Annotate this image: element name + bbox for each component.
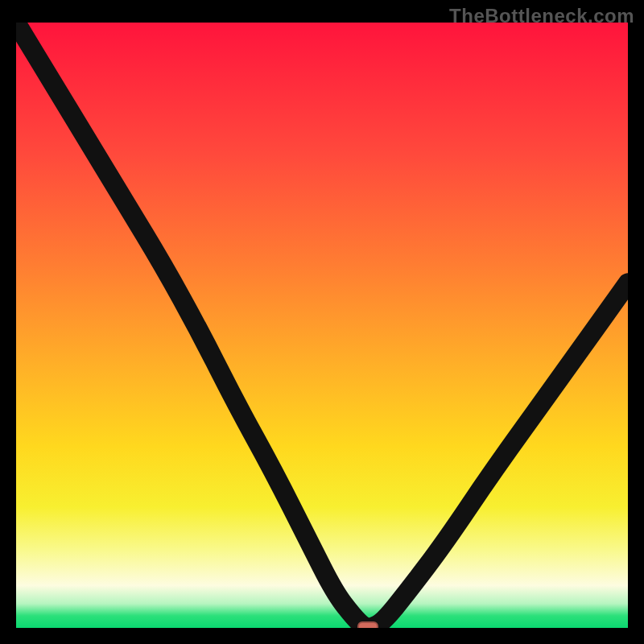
chart-stage: TheBottleneck.com bbox=[0, 0, 644, 644]
optimal-point-marker bbox=[357, 621, 378, 628]
watermark-text: TheBottleneck.com bbox=[449, 5, 634, 27]
curve-path bbox=[16, 23, 628, 628]
plot-area bbox=[16, 23, 628, 628]
bottleneck-curve bbox=[16, 23, 628, 628]
